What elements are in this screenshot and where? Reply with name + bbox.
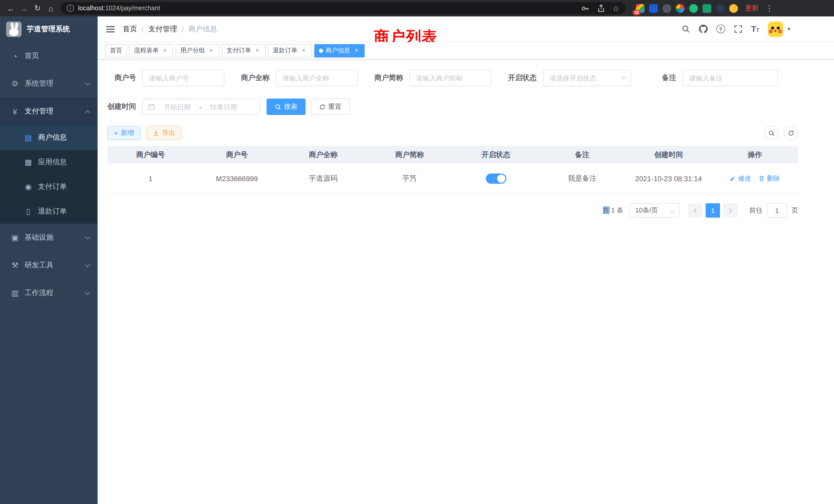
short-name-input[interactable]: [409, 70, 491, 86]
toggle-search-button[interactable]: [764, 126, 778, 140]
goto-page-input[interactable]: [767, 203, 787, 217]
url-text: localhost:1024/pay/merchant: [78, 5, 160, 12]
chevron-down-icon: [85, 290, 90, 295]
remark-input[interactable]: [682, 70, 778, 86]
extension-icon[interactable]: [662, 4, 671, 13]
github-icon[interactable]: [699, 25, 707, 33]
merchant-no-input[interactable]: [142, 70, 224, 86]
filter-form-row-2: 创建时间 - 搜索 重置: [107, 98, 798, 115]
browser-update-button[interactable]: 更新: [745, 4, 759, 13]
browser-profile-avatar[interactable]: [729, 4, 738, 13]
target-icon: ◉: [24, 182, 33, 191]
extension-icon[interactable]: [689, 4, 698, 13]
refresh-table-button[interactable]: [784, 126, 798, 140]
sidebar-item-home[interactable]: ◔ 首页: [0, 42, 97, 70]
tab-label: 流程表单: [134, 46, 159, 55]
tab-merchant-info[interactable]: 商户信息 ×: [314, 44, 365, 57]
help-icon[interactable]: ?: [716, 25, 725, 33]
site-info-icon[interactable]: i: [67, 5, 74, 12]
merchant-no-label: 商户号: [107, 73, 142, 83]
filter-remark: 备注: [648, 70, 778, 86]
end-date-input[interactable]: [205, 103, 243, 111]
address-bar[interactable]: i localhost:1024/pay/merchant ☆: [61, 2, 626, 14]
password-key-icon[interactable]: [580, 4, 589, 13]
browser-forward-button[interactable]: →: [18, 2, 31, 15]
tab-user-group[interactable]: 用户分组 ×: [176, 44, 219, 57]
reset-button[interactable]: 重置: [311, 98, 350, 115]
cell-remark: 我是备注: [539, 174, 625, 183]
monitor-icon: ▣: [10, 233, 20, 242]
extension-icon[interactable]: [703, 4, 711, 13]
close-icon[interactable]: ×: [300, 47, 307, 54]
status-label: 开启状态: [508, 73, 543, 83]
browser-menu-icon[interactable]: ⋮: [763, 2, 776, 15]
sidebar-item-label: 系统管理: [25, 79, 53, 88]
browser-reload-button[interactable]: ↻: [31, 2, 44, 15]
font-size-icon[interactable]: TT: [751, 25, 759, 33]
export-button-label: 导出: [162, 128, 175, 138]
extension-icon[interactable]: [676, 4, 684, 13]
pagination-total-selected: 共: [602, 206, 609, 214]
prev-page-button[interactable]: [688, 203, 703, 217]
status-toggle[interactable]: [486, 173, 506, 183]
breadcrumb-home[interactable]: 首页: [123, 24, 137, 33]
start-date-input[interactable]: [158, 103, 196, 111]
page-unit-label: 页: [791, 206, 798, 215]
user-avatar[interactable]: [768, 21, 784, 37]
tab-payment-order[interactable]: 支付订单 ×: [222, 44, 265, 57]
status-select-input[interactable]: [543, 70, 631, 86]
page-number-1[interactable]: 1: [706, 203, 720, 217]
sidebar-item-workflow[interactable]: ▥ 工作流程: [0, 279, 97, 307]
sidebar-subitem-app-info[interactable]: ▦ 应用信息: [0, 150, 97, 175]
tab-label: 支付订单: [226, 46, 251, 55]
delete-link[interactable]: 删除: [759, 174, 780, 183]
bookmark-star-icon[interactable]: ☆: [612, 4, 619, 12]
tab-process-form[interactable]: 流程表单 ×: [129, 44, 173, 57]
extension-badge: 10: [633, 9, 640, 15]
close-icon[interactable]: ×: [254, 47, 261, 54]
next-page-button[interactable]: [723, 203, 738, 217]
breadcrumb-separator: /: [182, 25, 184, 33]
search-button[interactable]: 搜索: [266, 98, 306, 115]
search-button-label: 搜索: [284, 102, 297, 111]
close-icon[interactable]: ×: [353, 47, 360, 54]
close-icon[interactable]: ×: [161, 47, 169, 54]
sidebar-subitem-refund-order[interactable]: ▯ 退款订单: [0, 199, 97, 224]
sidebar-item-dev-tools[interactable]: ⚒ 研发工具: [0, 251, 97, 279]
tags-view-bar: 首页 流程表单 × 用户分组 × 支付订单 × 退款订单 × 商户信息 ×: [97, 42, 834, 60]
browser-back-button[interactable]: ←: [4, 2, 18, 15]
sidebar-toggle-icon[interactable]: [105, 24, 115, 34]
filter-short-name: 商户简称: [374, 70, 491, 86]
sidebar-subitem-merchant-info[interactable]: ▤ 商户信息: [0, 125, 97, 150]
extension-icon[interactable]: [716, 4, 725, 13]
browser-home-button[interactable]: ⌂: [44, 2, 58, 15]
page-size-select[interactable]: 10条/页: [630, 203, 679, 217]
extension-icon[interactable]: 10: [636, 4, 644, 13]
sidebar-item-system[interactable]: ⚙ 系统管理: [0, 70, 97, 97]
sidebar-item-payment[interactable]: ¥ 支付管理: [0, 97, 97, 125]
merchant-page: 商户号 商户全称 商户简称 开启状态: [107, 60, 798, 217]
app-logo: [6, 22, 22, 37]
export-button[interactable]: 导出: [146, 126, 182, 140]
extension-icon[interactable]: [649, 4, 658, 13]
sidebar-subitem-pay-order[interactable]: ◉ 支付订单: [0, 175, 97, 199]
search-icon[interactable]: [681, 25, 690, 33]
status-select[interactable]: [543, 70, 631, 86]
fullscreen-icon[interactable]: [733, 25, 742, 33]
breadcrumb-payment[interactable]: 支付管理: [148, 24, 177, 33]
tab-label: 用户分组: [180, 46, 205, 55]
full-name-input[interactable]: [276, 70, 358, 86]
avatar-caret-icon[interactable]: ▾: [788, 26, 790, 32]
tab-home[interactable]: 首页: [105, 44, 127, 57]
edit-link[interactable]: 修改: [730, 174, 751, 183]
sidebar-item-infrastructure[interactable]: ▣ 基础设施: [0, 224, 97, 251]
grid-icon: ▦: [24, 158, 33, 167]
date-range-picker[interactable]: -: [142, 98, 260, 115]
close-icon[interactable]: ×: [207, 47, 215, 54]
add-button[interactable]: + 新增: [107, 126, 141, 140]
pagination: 共 1 条 10条/页 1 前往 页: [107, 203, 798, 217]
sidebar-subitem-label: 商户信息: [38, 133, 67, 142]
share-icon[interactable]: [596, 4, 605, 13]
table-header: 商户简称: [367, 147, 453, 163]
tab-refund-order[interactable]: 退款订单 ×: [268, 44, 312, 57]
